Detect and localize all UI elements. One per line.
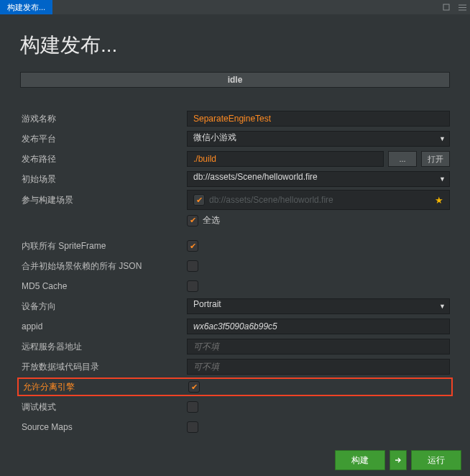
scene-item-checkbox[interactable] bbox=[193, 194, 205, 206]
build-button[interactable]: 构建 bbox=[335, 450, 385, 470]
label-remote: 远程服务器地址 bbox=[20, 341, 187, 353]
platform-select[interactable]: 微信小游戏 bbox=[187, 131, 450, 147]
appid-input[interactable] bbox=[187, 319, 450, 334]
open-data-input[interactable] bbox=[187, 359, 450, 375]
merge-json-checkbox[interactable] bbox=[187, 260, 198, 272]
label-md5: MD5 Cache bbox=[20, 281, 187, 291]
build-path-input[interactable] bbox=[187, 151, 384, 167]
label-source-maps: Source Maps bbox=[20, 422, 187, 432]
select-all-checkbox[interactable] bbox=[187, 215, 198, 226]
svg-rect-0 bbox=[443, 4, 449, 10]
label-debug: 调试模式 bbox=[20, 401, 187, 413]
detach-icon[interactable] bbox=[438, 0, 454, 14]
arrow-right-icon[interactable] bbox=[390, 450, 407, 470]
label-platform: 发布平台 bbox=[20, 133, 187, 145]
menu-icon[interactable] bbox=[454, 0, 470, 14]
separate-engine-checkbox[interactable] bbox=[188, 381, 200, 393]
label-separate-engine: 允许分离引擎 bbox=[22, 381, 188, 393]
star-icon: ★ bbox=[435, 195, 443, 206]
label-orientation: 设备方向 bbox=[20, 301, 187, 313]
label-merge-json: 合并初始场景依赖的所有 JSON bbox=[20, 260, 187, 273]
inline-sprite-checkbox[interactable] bbox=[187, 240, 198, 252]
orientation-select[interactable]: Portrait bbox=[187, 298, 450, 314]
source-maps-checkbox[interactable] bbox=[187, 421, 198, 433]
debug-checkbox[interactable] bbox=[187, 401, 198, 413]
label-open-data: 开放数据域代码目录 bbox=[20, 361, 187, 373]
remote-server-input[interactable] bbox=[187, 339, 450, 354]
label-scenes: 参与构建场景 bbox=[20, 194, 187, 206]
scene-list-item[interactable]: db://assets/Scene/helloworld.fire ★ bbox=[187, 190, 450, 210]
run-button[interactable]: 运行 bbox=[411, 450, 461, 470]
label-game-name: 游戏名称 bbox=[20, 113, 187, 125]
select-all-label: 全选 bbox=[203, 214, 220, 226]
label-appid: appid bbox=[20, 321, 187, 331]
open-button[interactable]: 打开 bbox=[421, 151, 450, 167]
start-scene-select[interactable]: db://assets/Scene/helloworld.fire bbox=[187, 171, 450, 187]
md5-checkbox[interactable] bbox=[187, 280, 198, 292]
panel-tab[interactable]: 构建发布... bbox=[0, 0, 52, 14]
label-start-scene: 初始场景 bbox=[20, 173, 187, 186]
page-title: 构建发布... bbox=[20, 32, 450, 59]
game-name-input[interactable] bbox=[187, 111, 450, 127]
label-inline-sprite: 内联所有 SpriteFrame bbox=[20, 240, 187, 252]
browse-button[interactable]: ... bbox=[388, 151, 417, 167]
scene-item-path: db://assets/Scene/helloworld.fire bbox=[209, 195, 333, 205]
label-build-path: 发布路径 bbox=[20, 153, 187, 165]
status-badge: idle bbox=[20, 72, 450, 88]
